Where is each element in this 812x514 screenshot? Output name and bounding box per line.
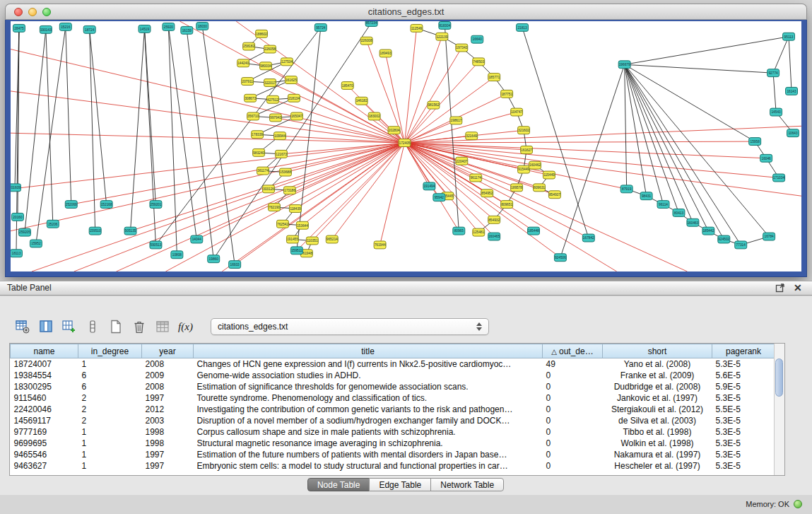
table-cell[interactable]: 1997 bbox=[142, 460, 194, 472]
graph-node[interactable]: 857234 bbox=[365, 21, 377, 26]
table-cell[interactable]: 2009 bbox=[142, 370, 194, 381]
graph-node[interactable]: 18724 bbox=[83, 25, 95, 33]
vertical-scrollbar[interactable] bbox=[774, 344, 784, 475]
graph-node[interactable]: 198617 bbox=[450, 117, 462, 124]
graph-node[interactable]: 196679 bbox=[618, 61, 630, 69]
table-cell[interactable]: Hescheler et al. (1997) bbox=[603, 460, 712, 472]
graph-node[interactable]: 14543 bbox=[770, 108, 782, 116]
graph-node[interactable]: 25206 bbox=[47, 220, 59, 228]
graph-node[interactable]: 191455 bbox=[286, 235, 298, 243]
graph-node[interactable]: 80965 bbox=[453, 227, 465, 235]
tab-node-table[interactable]: Node Table bbox=[307, 478, 370, 491]
graph-node[interactable]: 16640 bbox=[471, 35, 483, 43]
graph-node[interactable]: 321649 bbox=[466, 132, 478, 140]
table-selector-dropdown[interactable]: citations_edges.txt bbox=[211, 318, 489, 335]
graph-node[interactable]: 25920 bbox=[163, 23, 175, 30]
graph-node[interactable]: 303126 bbox=[263, 185, 275, 193]
table-cell[interactable]: 5.6E-5 bbox=[712, 370, 775, 381]
graph-node[interactable]: 159511 bbox=[290, 247, 302, 255]
graph-node[interactable]: 189578 bbox=[511, 184, 523, 192]
graph-node[interactable]: 201609 bbox=[11, 184, 20, 192]
table-cell[interactable]: Yano et al. (2008) bbox=[603, 358, 712, 370]
table-row[interactable]: 1830029562008Estimation of significance … bbox=[11, 381, 775, 392]
table-cell[interactable]: 1997 bbox=[142, 449, 194, 460]
graph-node[interactable]: 161627 bbox=[521, 146, 533, 154]
graph-node[interactable]: 121673 bbox=[275, 150, 287, 158]
float-panel-icon[interactable] bbox=[775, 283, 785, 293]
table-cell[interactable]: 0 bbox=[543, 438, 603, 449]
table-cell[interactable]: 1997 bbox=[142, 392, 194, 404]
table-cell[interactable]: 19384554 bbox=[11, 370, 78, 381]
table-cell[interactable]: Dudbridge et al. (2008) bbox=[603, 381, 712, 392]
graph-node[interactable]: 160463 bbox=[687, 218, 699, 226]
graph-node[interactable]: 80413 bbox=[673, 209, 685, 217]
table-cell[interactable]: 5.5E-5 bbox=[712, 404, 775, 415]
graph-node[interactable]: 118439 bbox=[289, 205, 301, 213]
graph-node[interactable]: 854937 bbox=[548, 191, 560, 199]
graph-node[interactable]: 915449 bbox=[518, 165, 530, 173]
graph-node[interactable]: 854952 bbox=[481, 189, 493, 197]
graph-node[interactable]: 115449 bbox=[543, 171, 555, 179]
graph-node[interactable]: 183002 bbox=[368, 112, 380, 120]
table-cell[interactable]: 0 bbox=[543, 404, 603, 415]
table-cell[interactable]: 5.3E-5 bbox=[712, 449, 775, 460]
graph-node[interactable]: 178339 bbox=[252, 131, 264, 139]
graph-node[interactable]: 153688 bbox=[279, 168, 291, 176]
graph-node[interactable]: 160465 bbox=[488, 233, 500, 240]
table-cell[interactable]: 2008 bbox=[142, 358, 194, 370]
table-cell[interactable]: 9699695 bbox=[11, 438, 78, 449]
graph-node[interactable]: 95942 bbox=[433, 194, 445, 201]
graph-node[interactable]: 104747 bbox=[511, 108, 523, 116]
graph-node[interactable]: 127534 bbox=[281, 58, 293, 66]
table-cell[interactable]: 2012 bbox=[142, 404, 194, 415]
graph-node[interactable]: 98431 bbox=[640, 192, 652, 200]
graph-node[interactable]: 259201 bbox=[150, 201, 162, 209]
graph-node[interactable]: 16143 bbox=[786, 87, 798, 95]
table-cell[interactable]: 0 bbox=[543, 449, 603, 460]
graph-node[interactable]: 96114 bbox=[657, 201, 669, 209]
table-cell[interactable]: Disruption of a novel member of a sodium… bbox=[194, 415, 543, 426]
graph-node[interactable]: 207911 bbox=[242, 78, 254, 86]
column-header-year[interactable]: year bbox=[142, 344, 194, 358]
graph-node[interactable]: 322017 bbox=[264, 79, 276, 87]
table-cell[interactable]: Jankovic et al. (1997) bbox=[603, 392, 712, 404]
table-cell[interactable]: 1998 bbox=[142, 438, 194, 449]
table-cell[interactable]: 0 bbox=[543, 392, 603, 404]
table-cell[interactable]: 5.9E-5 bbox=[712, 381, 775, 392]
table-cell[interactable]: 0 bbox=[543, 370, 603, 381]
graph-node[interactable]: 427512 bbox=[267, 95, 279, 103]
table-row[interactable]: 1938455462009Genome-wide association stu… bbox=[11, 370, 775, 381]
graph-node[interactable]: 854932 bbox=[488, 216, 500, 223]
table-cell[interactable]: 2003 bbox=[142, 415, 194, 426]
table-cell[interactable]: 22420046 bbox=[11, 404, 78, 415]
table-cell[interactable]: Estimation of the future numbers of pati… bbox=[194, 449, 543, 460]
graph-node[interactable]: 10643 bbox=[787, 129, 799, 137]
graph-node[interactable]: 748503 bbox=[473, 58, 485, 66]
graph-node[interactable]: 356710 bbox=[247, 112, 259, 120]
graph-node[interactable]: 818304 bbox=[439, 21, 451, 29]
graph-node[interactable]: 226058 bbox=[264, 45, 276, 53]
graph-node[interactable]: 14044 bbox=[191, 235, 203, 243]
graph-node[interactable]: 18113 bbox=[11, 250, 22, 257]
graph-node[interactable]: 924506 bbox=[554, 254, 566, 262]
table-row[interactable]: 969969511998Structural magnetic resonanc… bbox=[11, 438, 775, 449]
graph-node[interactable]: 983240 bbox=[253, 148, 265, 156]
graph-node[interactable]: 961174 bbox=[470, 174, 482, 182]
network-canvas[interactable]: 1886022581822260581442409800341275342079… bbox=[11, 21, 801, 271]
column-header-pagerank[interactable]: pagerank bbox=[712, 344, 775, 358]
graph-node[interactable]: 14519 bbox=[139, 25, 151, 33]
graph-node[interactable]: 761944 bbox=[374, 241, 386, 249]
graph-node[interactable]: 28475 bbox=[13, 24, 25, 32]
column-header-short[interactable]: short bbox=[603, 344, 712, 358]
table-cell[interactable]: 1 bbox=[78, 438, 142, 449]
table-cell[interactable]: Tourette syndrome. Phenomenology and cla… bbox=[194, 392, 543, 404]
table-cell[interactable]: Nakamura et al. (1997) bbox=[603, 449, 712, 460]
table-cell[interactable]: 0 bbox=[543, 415, 603, 426]
table-cell[interactable]: 49 bbox=[543, 358, 603, 370]
table-cell[interactable]: 9463627 bbox=[11, 460, 78, 472]
table-cell[interactable]: Embryonic stem cells: a model to study s… bbox=[194, 460, 543, 472]
table-cell[interactable]: 2 bbox=[78, 404, 142, 415]
table-cell[interactable]: 2 bbox=[78, 392, 142, 404]
table-cell[interactable]: 5.3E-5 bbox=[712, 358, 775, 370]
table-cell[interactable]: 1 bbox=[78, 449, 142, 460]
